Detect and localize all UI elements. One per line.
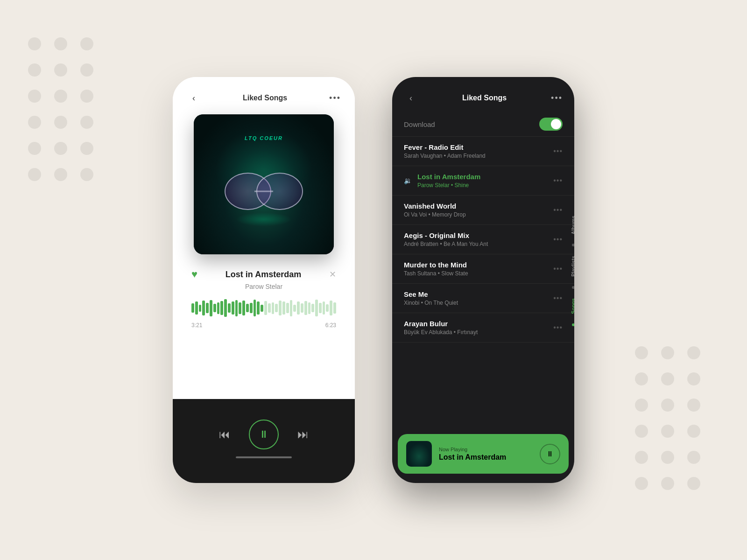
song-info-left: ♥ Lost in Amsterdam ✕ — [187, 268, 341, 280]
song-title: See Me — [404, 290, 553, 298]
waveform-bar — [224, 299, 227, 317]
close-button-left[interactable]: ✕ — [329, 269, 336, 280]
np-album-art — [406, 441, 432, 467]
waveform-bar — [311, 304, 314, 312]
more-options-left[interactable]: ••• — [329, 93, 341, 103]
next-button[interactable]: ⏭ — [297, 428, 309, 441]
player-controls-section: ⏮ ⏸ ⏭ — [173, 399, 355, 483]
waveform-bar — [213, 304, 216, 312]
song-title: Aegis - Original Mix — [404, 231, 553, 239]
pause-button[interactable]: ⏸ — [249, 420, 279, 449]
song-subtitle: Xinobi • On The Quiet — [404, 300, 553, 306]
left-header-title: Liked Songs — [243, 94, 287, 102]
waveform-bar — [232, 301, 234, 315]
time-current: 3:21 — [191, 322, 202, 329]
list-item[interactable]: Arayan Bulur Büyük Ev Ablukada • Fırtına… — [392, 313, 574, 343]
waveform-bar — [191, 303, 194, 313]
song-more-options[interactable]: ••• — [553, 176, 563, 185]
sidebar-item-songs[interactable]: Songs — [567, 291, 574, 322]
song-more-options[interactable]: ••• — [553, 323, 563, 332]
song-title: Fever - Radio Edit — [404, 143, 553, 151]
waveform-bar — [304, 301, 307, 315]
song-title-active: Lost in Amsterdam — [417, 173, 553, 181]
waveform-bar — [202, 301, 205, 315]
list-item[interactable]: Aegis - Original Mix André Bratten • Be … — [392, 225, 574, 254]
right-header-title: Liked Songs — [462, 94, 507, 102]
list-item[interactable]: Vanished World Oi Va Voi • Memory Drop •… — [392, 196, 574, 225]
nav-dot — [572, 286, 574, 289]
list-item[interactable]: Murder to the Mind Tash Sultana • Slow S… — [392, 254, 574, 284]
album-text-overlay: LTQ COEUR — [222, 135, 306, 141]
playing-indicator-icon: 🔉 — [404, 177, 412, 184]
song-title-left: Lost in Amsterdam — [226, 270, 301, 280]
np-info: Now Playing Lost in Amsterdam — [439, 447, 533, 462]
waveform-bar — [275, 304, 278, 312]
phone-right: Albums Playlists Songs ‹ Liked Songs •••… — [392, 77, 574, 483]
list-item[interactable]: See Me Xinobi • On The Quiet ••• — [392, 284, 574, 313]
waveform-bar — [286, 303, 289, 313]
waveform-bar — [333, 302, 336, 314]
waveform-bar — [242, 301, 245, 315]
waveform-bar — [206, 303, 209, 313]
song-more-options[interactable]: ••• — [553, 235, 563, 244]
download-label: Download — [404, 120, 435, 128]
side-navigation: Albums Playlists Songs — [567, 208, 574, 328]
np-pause-button[interactable]: ⏸ — [540, 444, 560, 464]
list-item[interactable]: Fever - Radio Edit Sarah Vaughan • Adam … — [392, 137, 574, 166]
waveform-bar — [279, 301, 282, 315]
song-more-options[interactable]: ••• — [553, 147, 563, 155]
more-options-right[interactable]: ••• — [551, 93, 563, 103]
waveform-bar — [239, 302, 241, 314]
waveform-bar — [297, 301, 300, 315]
waveform-bar — [293, 305, 296, 312]
waveform-bar — [264, 301, 267, 315]
waveform-container[interactable] — [187, 299, 341, 317]
phones-container: ‹ Liked Songs ••• LTQ COEUR — [173, 77, 574, 483]
np-label: Now Playing — [439, 447, 533, 452]
waveform-bar — [220, 301, 223, 315]
waveform — [191, 299, 336, 317]
song-more-options[interactable]: ••• — [553, 294, 563, 302]
song-more-options[interactable]: ••• — [553, 206, 563, 214]
sidebar-item-albums[interactable]: Albums — [567, 208, 574, 242]
waveform-bar — [217, 302, 220, 314]
song-subtitle: Parow Stelar • Shine — [417, 182, 553, 189]
album-art-left: LTQ COEUR — [194, 114, 334, 254]
nav-dot-active — [572, 323, 574, 326]
back-button-left[interactable]: ‹ — [187, 91, 201, 105]
download-toggle[interactable] — [539, 118, 563, 131]
list-item[interactable]: 🔉 Lost in Amsterdam Parow Stelar • Shine… — [392, 166, 574, 196]
waveform-bar — [268, 303, 271, 313]
player-controls: ⏮ ⏸ ⏭ — [219, 420, 309, 449]
waveform-bar — [319, 303, 322, 313]
song-title: Murder to the Mind — [404, 261, 553, 269]
song-title: Vanished World — [404, 202, 553, 210]
song-artist-left: Parow Stelar — [187, 283, 341, 290]
song-more-options[interactable]: ••• — [553, 265, 563, 273]
waveform-bar — [330, 301, 332, 315]
left-header: ‹ Liked Songs ••• — [187, 86, 341, 114]
heart-icon[interactable]: ♥ — [191, 268, 197, 280]
waveform-bar — [290, 300, 293, 316]
right-header: ‹ Liked Songs ••• — [392, 77, 574, 112]
nav-dot — [572, 244, 574, 246]
now-playing-bar[interactable]: Now Playing Lost in Amsterdam ⏸ — [398, 434, 569, 474]
toggle-knob — [551, 119, 561, 129]
phone-left: ‹ Liked Songs ••• LTQ COEUR — [173, 77, 355, 483]
np-title: Lost in Amsterdam — [439, 453, 533, 462]
song-subtitle: Sarah Vaughan • Adam Freeland — [404, 153, 553, 159]
waveform-bar — [272, 302, 275, 314]
song-subtitle: Büyük Ev Ablukada • Fırtınayt — [404, 329, 553, 336]
song-subtitle: André Bratten • Be A Man You Ant — [404, 241, 553, 247]
sidebar-item-playlists[interactable]: Playlists — [567, 248, 574, 284]
time-total: 6:23 — [325, 322, 336, 329]
time-row: 3:21 6:23 — [187, 322, 341, 329]
waveform-bar — [315, 300, 318, 316]
prev-button[interactable]: ⏮ — [219, 428, 230, 441]
waveform-bar — [210, 300, 212, 316]
home-indicator-left — [236, 456, 292, 458]
waveform-bar — [235, 300, 238, 316]
song-subtitle: Oi Va Voi • Memory Drop — [404, 211, 553, 218]
back-button-right[interactable]: ‹ — [404, 91, 418, 105]
song-list: Fever - Radio Edit Sarah Vaughan • Adam … — [392, 137, 574, 429]
